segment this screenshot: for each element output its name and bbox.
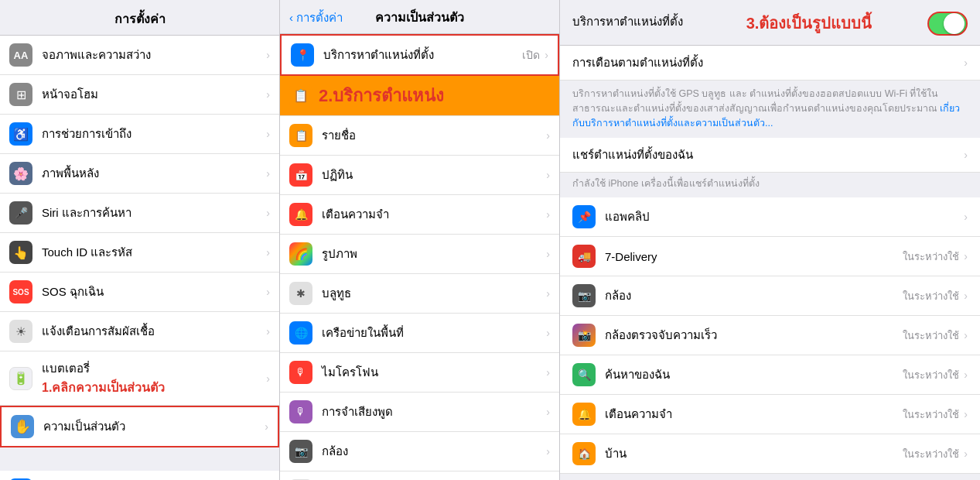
chevron-icon: ›	[545, 49, 548, 61]
calendar-icon: 📅	[289, 163, 312, 187]
app-row-findmine[interactable]: 🔍 ค้นหาของฉัน ในระหว่างใช้ ›	[560, 355, 980, 395]
mid-location-services-item[interactable]: 📍 บริการหาตำแหน่งที่ตั้ง เปิด ›	[280, 34, 559, 76]
app-row-label: 7-Delivery	[605, 250, 903, 263]
bluetooth-icon: ✱	[289, 282, 312, 305]
settings-item-label: ภาพพื้นหลัง	[42, 164, 263, 183]
settings-item-display[interactable]: AA จอภาพและความสว่าง ›	[0, 36, 279, 75]
mid-reminder-item[interactable]: 🔔 เตือนความจำ ›	[280, 195, 559, 235]
right-description-text: บริการหาตำแหน่งที่ตั้งใช้ GPS บลูทูธ และ…	[572, 87, 968, 130]
app-row-value: ในระหว่างใช้	[903, 327, 959, 344]
settings-item-access[interactable]: ♿ การช่วยการเข้าถึง ›	[0, 115, 279, 154]
chevron-icon: ›	[266, 372, 270, 385]
location-alert-row[interactable]: การเตือนตามตำแหน่งที่ตั้ง ›	[560, 46, 980, 81]
chevron-icon: ›	[964, 250, 968, 262]
app-row-camera[interactable]: 📷 กล้อง ในระหว่างใช้ ›	[560, 276, 980, 316]
camera-icon: 📷	[289, 440, 312, 463]
mid-item-label: รายชื่อ	[322, 126, 546, 145]
settings-item-home[interactable]: ⊞ หน้าจอโฮม ›	[0, 75, 279, 115]
chevron-icon: ›	[546, 208, 550, 221]
microphone-icon: 🎙	[289, 361, 312, 384]
findmine-icon: 🔍	[572, 363, 596, 386]
mid-item-label: เครือข่ายในพื้นที่	[322, 324, 546, 342]
mid-item-label: บลูทูธ	[322, 284, 546, 303]
mid-speech-item[interactable]: 🎙 การจำเสียงพูด ›	[280, 393, 559, 432]
settings-item-touchid[interactable]: 👆 Touch ID และรหัส ›	[0, 233, 279, 273]
camera2-icon: 📷	[572, 284, 596, 307]
chevron-icon: ›	[546, 366, 550, 379]
settings-item-appstore[interactable]: A App Store ›	[0, 471, 279, 480]
chevron-icon: ›	[266, 88, 270, 101]
right-location-panel: บริการหาตำแหน่งที่ตั้ง 3.ต้องเป็นรูปแบบน…	[560, 0, 980, 480]
touchid-icon: 👆	[9, 241, 32, 264]
siri-icon: 🎤	[9, 201, 32, 225]
mid-item-label: กล้อง	[322, 442, 546, 461]
mid-calendar-item[interactable]: 📅 ปฏิทิน ›	[280, 156, 559, 195]
app-row-appclip[interactable]: 📌 แอพคลิป ›	[560, 197, 980, 237]
app-row-value: ในระหว่างใช้	[903, 288, 959, 304]
location-alert-chevron-icon: ›	[964, 57, 968, 69]
settings-item-siri[interactable]: 🎤 Siri และการค้นหา ›	[0, 194, 279, 233]
share-location-row[interactable]: แชร์ตำแหน่งที่ตั้งของฉัน ›	[560, 138, 980, 173]
speedcam-icon: 📸	[572, 324, 596, 347]
mid-item-label: ปฏิทิน	[322, 166, 546, 184]
photos-icon: 🌈	[289, 242, 312, 266]
chevron-icon: ›	[964, 329, 968, 341]
chevron-icon: ›	[964, 447, 968, 460]
app-row-value: ในระหว่างใช้	[903, 406, 959, 423]
settings-item-label: Siri และการค้นหา	[42, 204, 263, 222]
left-panel-header: การตั้งค่า	[0, 0, 279, 36]
settings-item-exposure[interactable]: ☀ แจ้งเตือนการสัมผัสเชื้อ ›	[0, 312, 279, 351]
app-row-label: ค้นหาของฉัน	[605, 365, 903, 384]
app-row-speedcam[interactable]: 📸 กล้องตรวจจับความเร็ว ในระหว่างใช้ ›	[560, 316, 980, 355]
mid-item-label: รูปภาพ	[322, 245, 546, 263]
mid-photos-item[interactable]: 🌈 รูปภาพ ›	[280, 235, 559, 274]
privacy-icon: ✋	[11, 415, 34, 438]
right-top-title: บริการหาตำแหน่งที่ตั้ง	[572, 12, 683, 31]
mid-network-item[interactable]: 🌐 เครือข่ายในพื้นที่ ›	[280, 314, 559, 353]
mid-panel-title: ความเป็นส่วนตัว	[343, 8, 496, 27]
app-row-label: บ้าน	[605, 444, 903, 463]
mid-item-label: บริการหาตำแหน่งที่ตั้ง	[323, 46, 522, 64]
app-row-label: แอพคลิป	[605, 207, 964, 226]
app-row-reminder2[interactable]: 🔔 เตือนความจำ ในระหว่างใช้ ›	[560, 395, 980, 434]
reminder-icon: 🔔	[289, 203, 312, 226]
settings-item-label: หน้าจอโฮม	[42, 85, 263, 104]
right-share-subtitle: กำลังใช้ iPhone เครื่องนี้เพื่อแชร์ตำแหน…	[560, 173, 980, 197]
chevron-icon: ›	[964, 408, 968, 420]
app-row-home2[interactable]: 🏠 บ้าน ในระหว่างใช้ ›	[560, 434, 980, 474]
chevron-icon: ›	[266, 128, 270, 140]
network-icon: 🌐	[289, 321, 312, 345]
app-row-7delivery[interactable]: 🚚 7-Delivery ในระหว่างใช้ ›	[560, 237, 980, 276]
mid-contacts-item[interactable]: 📋 รายชื่อ ›	[280, 116, 559, 156]
settings-item-label: SOS ฉุกเฉิน	[42, 283, 263, 301]
chevron-icon: ›	[546, 248, 550, 260]
app-row-label: กล้อง	[605, 286, 903, 305]
chevron-icon: ›	[265, 420, 268, 433]
display-icon: AA	[9, 43, 32, 67]
back-button[interactable]: ‹ การตั้งค่า	[289, 9, 343, 27]
app-row-value: ในระหว่างใช้	[903, 446, 959, 462]
mid-item-value: เปิด	[522, 46, 540, 63]
left-settings-panel: การตั้งค่า AA จอภาพและความสว่าง › ⊞ หน้า…	[0, 0, 280, 480]
chevron-icon: ›	[964, 290, 968, 302]
location-alert-label: การเตือนตามตำแหน่งที่ตั้ง	[572, 53, 964, 72]
settings-item-wallpaper[interactable]: 🌸 ภาพพื้นหลัง ›	[0, 154, 279, 194]
share-location-label: แชร์ตำแหน่งที่ตั้งของฉัน	[572, 146, 964, 164]
settings-item-sos[interactable]: SOS SOS ฉุกเฉิน ›	[0, 273, 279, 312]
chevron-icon: ›	[546, 287, 550, 300]
chevron-icon: ›	[266, 207, 270, 219]
mid-microphone-item[interactable]: 🎙 ไมโครโฟน ›	[280, 353, 559, 393]
battery-icon: 🔋	[9, 367, 32, 390]
settings-item-label: แจ้งเตือนการสัมผัสเชื้อ	[42, 322, 263, 341]
settings-item-battery[interactable]: 🔋 แบตเตอรี่ 1.คลิกความเป็นส่วนตัว ›	[0, 351, 279, 406]
settings-item-privacy[interactable]: ✋ ความเป็นส่วนตัว ›	[0, 406, 279, 447]
location-toggle[interactable]	[927, 12, 968, 36]
chevron-icon: ›	[546, 169, 550, 181]
app-row-value: ในระหว่างใช้	[903, 249, 959, 265]
right-top-section: บริการหาตำแหน่งที่ตั้ง 3.ต้องเป็นรูปแบบน…	[560, 0, 980, 46]
mid-bluetooth-item[interactable]: ✱ บลูทูธ ›	[280, 274, 559, 314]
mid-health-item[interactable]: ❤ สุขภาพ ›	[280, 471, 559, 480]
app-row-value: ในระหว่างใช้	[903, 367, 959, 383]
mid-camera-item[interactable]: 📷 กล้อง ›	[280, 432, 559, 471]
settings-item-label: ความเป็นส่วนตัว	[43, 417, 261, 436]
